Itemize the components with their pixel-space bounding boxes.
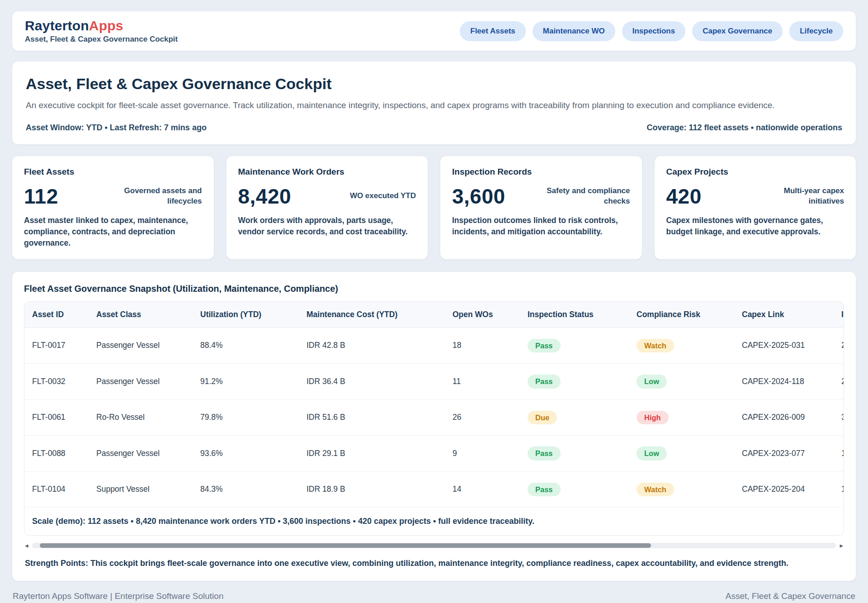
cell-capex_link: CAPEX-2025-204 <box>734 471 834 508</box>
column-header-incidents: Incidents <box>834 302 844 328</box>
coverage-meta: Coverage: 112 fleet assets • nationwide … <box>647 123 842 133</box>
cell-asset_id: FLT-0088 <box>24 436 89 472</box>
risk-badge: Low <box>637 446 667 461</box>
nav-item-inspections[interactable]: Inspections <box>622 21 685 41</box>
nav-item-fleet-assets[interactable]: Fleet Assets <box>460 21 526 41</box>
scrollbar-track[interactable] <box>32 543 836 548</box>
cell-maintenance_cost: IDR 51.6 B <box>299 399 445 436</box>
column-header-asset_class: Asset Class <box>89 302 193 328</box>
stat-side-label: Multi-year capex initiatives <box>751 186 844 207</box>
stat-title: Maintenance Work Orders <box>238 167 416 177</box>
cell-inspection: Due <box>520 399 629 436</box>
cell-incidents: 1 <box>834 436 844 472</box>
brand-tagline: Asset, Fleet & Capex Governance Cockpit <box>25 35 178 44</box>
main-nav: Fleet Assets Maintenance WO Inspections … <box>460 21 843 41</box>
stat-side-label: Safety and compliance checks <box>538 186 630 207</box>
risk-badge: High <box>637 411 669 425</box>
stat-title: Capex Projects <box>666 167 844 177</box>
stat-side-label: WO executed YTD <box>350 191 416 201</box>
cell-open_wos: 18 <box>445 328 520 364</box>
table-body: FLT-0017Passenger Vessel88.4%IDR 42.8 B1… <box>24 328 844 508</box>
table-row: FLT-0088Passenger Vessel93.6%IDR 29.1 B9… <box>24 436 844 472</box>
stat-card-capex-projects: Capex Projects 420 Multi-year capex init… <box>654 156 857 260</box>
cell-maintenance_cost: IDR 42.8 B <box>299 328 445 364</box>
cell-asset_class: Passenger Vessel <box>89 436 193 472</box>
governance-snapshot-section: Fleet Asset Governance Snapshot (Utiliza… <box>12 271 856 582</box>
hero-meta: Asset Window: YTD • Last Refresh: 7 mins… <box>26 123 842 133</box>
stat-cards: Fleet Assets 112 Governed assets and lif… <box>12 156 856 260</box>
scrollbar-thumb[interactable] <box>40 543 651 548</box>
nav-item-capex-governance[interactable]: Capex Governance <box>692 21 783 41</box>
cell-asset_class: Ro-Ro Vessel <box>89 399 193 436</box>
cell-asset_class: Passenger Vessel <box>89 328 193 364</box>
strength-points-note: Strength Points: This cockpit brings fle… <box>24 557 844 575</box>
nav-item-lifecycle[interactable]: Lifecycle <box>789 21 843 41</box>
brand-name: RaytertonApps <box>25 18 178 33</box>
cell-asset_id: FLT-0061 <box>24 399 89 436</box>
inspection-badge: Pass <box>528 375 561 389</box>
column-header-inspection: Inspection Status <box>520 302 629 328</box>
cell-inspection: Pass <box>520 436 629 472</box>
stat-card-maintenance-work-orders: Maintenance Work Orders 8,420 WO execute… <box>226 156 429 260</box>
scale-note: Scale (demo): 112 assets • 8,420 mainten… <box>24 508 844 535</box>
stat-value: 3,600 <box>452 184 505 209</box>
horizontal-scrollbar[interactable]: ◂ ▸ <box>25 542 843 549</box>
table-row: FLT-0104Support Vessel84.3%IDR 18.9 B14P… <box>24 471 844 508</box>
stat-value: 8,420 <box>238 184 292 209</box>
stat-card-inspection-records: Inspection Records 3,600 Safety and comp… <box>440 156 642 260</box>
brand-name-primary: Rayterton <box>25 18 89 33</box>
cell-asset_id: FLT-0017 <box>24 328 89 364</box>
stat-card-fleet-assets: Fleet Assets 112 Governed assets and lif… <box>12 156 214 260</box>
risk-badge: Low <box>637 375 667 389</box>
table-header-row: Asset IDAsset ClassUtilization (YTD)Main… <box>24 302 844 328</box>
page-title: Asset, Fleet & Capex Governance Cockpit <box>26 75 842 93</box>
cell-open_wos: 11 <box>445 364 520 400</box>
column-header-asset_id: Asset ID <box>24 302 89 328</box>
page-description: An executive cockpit for fleet-scale ass… <box>26 99 776 112</box>
stat-title: Inspection Records <box>452 167 630 177</box>
page: RaytertonApps Asset, Fleet & Capex Gover… <box>0 0 868 603</box>
cell-risk: Low <box>629 436 734 472</box>
table-scroll-area[interactable]: Asset IDAsset ClassUtilization (YTD)Main… <box>24 302 844 508</box>
cell-open_wos: 26 <box>445 399 520 436</box>
stat-description: Work orders with approvals, parts usage,… <box>238 215 416 238</box>
table-row: FLT-0061Ro-Ro Vessel79.8%IDR 51.6 B26Due… <box>24 399 844 436</box>
cell-utilization: 93.6% <box>193 436 299 472</box>
cell-incidents: 1 <box>834 471 844 508</box>
cell-maintenance_cost: IDR 36.4 B <box>299 364 445 400</box>
inspection-badge: Pass <box>528 483 561 497</box>
cell-inspection: Pass <box>520 471 629 508</box>
cell-asset_class: Passenger Vessel <box>89 364 193 400</box>
footer-left-text: Rayterton Apps Software | Enterprise Sof… <box>13 591 223 601</box>
table-title: Fleet Asset Governance Snapshot (Utiliza… <box>24 284 844 294</box>
cell-open_wos: 9 <box>445 436 520 472</box>
cell-asset_class: Support Vessel <box>89 471 193 508</box>
cell-risk: Low <box>629 364 734 400</box>
scroll-left-icon[interactable]: ◂ <box>25 542 28 549</box>
scroll-right-icon[interactable]: ▸ <box>840 542 843 549</box>
cell-asset_id: FLT-0104 <box>24 471 89 508</box>
cell-risk: Watch <box>629 471 734 508</box>
cell-utilization: 84.3% <box>193 471 299 508</box>
stat-description: Asset master linked to capex, maintenanc… <box>24 215 202 249</box>
stat-title: Fleet Assets <box>24 167 202 177</box>
governance-table: Asset IDAsset ClassUtilization (YTD)Main… <box>24 302 844 508</box>
cell-open_wos: 14 <box>445 471 520 508</box>
inspection-badge: Pass <box>528 446 561 461</box>
footer-right-text: Asset, Fleet & Capex Governance <box>726 591 855 601</box>
stat-value: 112 <box>24 184 58 209</box>
inspection-badge: Pass <box>528 339 561 353</box>
nav-item-maintenance-wo[interactable]: Maintenance WO <box>533 21 615 41</box>
stat-description: Inspection outcomes linked to risk contr… <box>452 215 630 238</box>
stat-description: Capex milestones with governance gates, … <box>666 215 844 238</box>
inspection-badge: Due <box>528 411 557 425</box>
brand-name-secondary: Apps <box>89 18 123 33</box>
cell-utilization: 88.4% <box>193 328 299 364</box>
table-row: FLT-0032Passenger Vessel91.2%IDR 36.4 B1… <box>24 364 844 400</box>
table-box: Asset IDAsset ClassUtilization (YTD)Main… <box>24 301 844 536</box>
table-row: FLT-0017Passenger Vessel88.4%IDR 42.8 B1… <box>24 328 844 364</box>
column-header-capex_link: Capex Link <box>734 302 834 328</box>
cell-inspection: Pass <box>520 328 629 364</box>
column-header-risk: Compliance Risk <box>629 302 734 328</box>
hero-section: Asset, Fleet & Capex Governance Cockpit … <box>12 61 856 145</box>
